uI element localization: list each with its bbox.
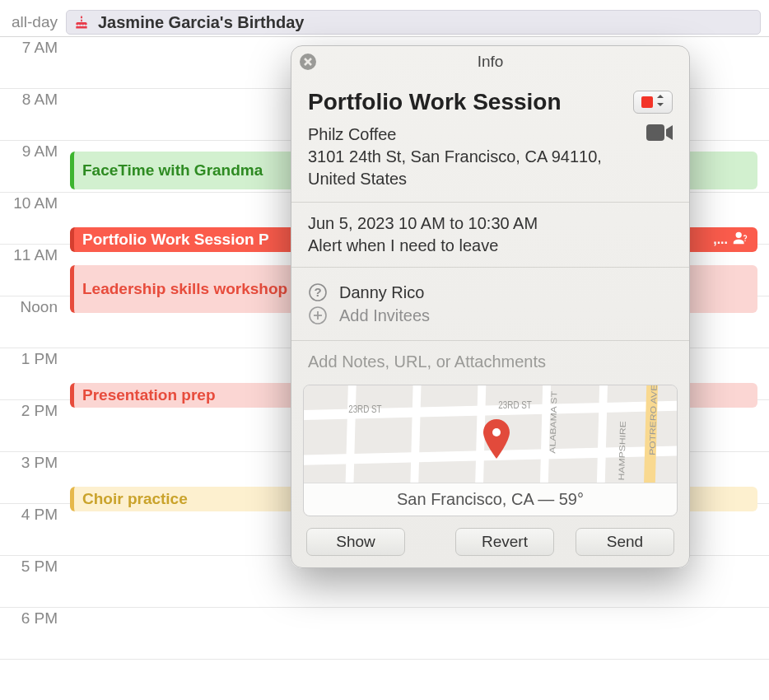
event-title-suffix: P — [259, 231, 269, 249]
hour-label: 5 PM — [0, 556, 66, 607]
svg-rect-2 — [646, 124, 664, 141]
invitee-row[interactable]: ? Danny Rico — [308, 282, 673, 302]
svg-text:23RD ST: 23RD ST — [348, 404, 382, 414]
map-container: 23RD ST 23RD ST 25TH ST ALABAMA ST POTRE… — [291, 385, 689, 516]
event-datetime: Jun 5, 2023 10 AM to 10:30 AM — [308, 214, 673, 233]
popover-header-section: Portfolio Work Session Philz Coffee 3101… — [291, 77, 689, 203]
location-name: Philz Coffee — [308, 124, 630, 146]
svg-text:23RD ST: 23RD ST — [498, 399, 532, 410]
event-title-input[interactable]: Portfolio Work Session — [308, 89, 562, 115]
map-caption: San Francisco, CA — 59° — [304, 483, 677, 516]
close-button[interactable] — [300, 54, 316, 70]
popover-button-row: Show Revert Send — [291, 516, 689, 567]
plus-icon — [308, 306, 328, 325]
event-title: FaceTime with Grandma — [82, 161, 263, 180]
hour-label: 3 PM — [0, 452, 66, 503]
notes-placeholder: Add Notes, URL, or Attachments — [308, 352, 673, 380]
event-overflow: ,... — [713, 232, 728, 247]
add-invitee-label: Add Invitees — [339, 306, 430, 325]
hour-label: 9 AM — [0, 141, 66, 192]
video-call-icon[interactable] — [646, 124, 673, 145]
all-day-event-title: Jasmine Garcia's Birthday — [98, 13, 304, 32]
show-button[interactable]: Show — [306, 528, 405, 556]
map-pin-icon — [482, 419, 510, 459]
invitee-pending-icon — [731, 229, 749, 250]
hour-label: 7 AM — [0, 37, 66, 88]
revert-button[interactable]: Revert — [455, 528, 554, 556]
calendar-color-picker[interactable] — [633, 91, 673, 114]
popover-title: Info — [478, 53, 504, 71]
add-invitee-row[interactable]: Add Invitees — [308, 306, 673, 325]
pending-status-icon: ? — [308, 282, 328, 302]
svg-text:HAMPSHIRE: HAMPSHIRE — [617, 421, 627, 481]
hour-label: 11 AM — [0, 245, 66, 296]
popover-notes-section[interactable]: Add Notes, URL, or Attachments — [291, 341, 689, 385]
location-address: 3101 24th St, San Francisco, CA 94110, U… — [308, 146, 630, 190]
event-title: Presentation prep — [82, 386, 216, 404]
map-preview[interactable]: 23RD ST 23RD ST 25TH ST ALABAMA ST POTRE… — [303, 385, 678, 516]
chevron-up-down-icon — [656, 95, 664, 110]
birthday-icon — [73, 14, 90, 30]
event-title: Choir practice — [82, 490, 188, 508]
hour-label: 6 PM — [0, 608, 66, 659]
event-info-popover: Info Portfolio Work Session Philz Coffee… — [291, 45, 690, 568]
hour-label: 4 PM — [0, 504, 66, 555]
hour-label: 8 AM — [0, 89, 66, 140]
hour-label: Noon — [0, 296, 66, 348]
svg-point-25 — [492, 428, 501, 436]
send-button[interactable]: Send — [576, 528, 674, 556]
event-alert: Alert when I need to leave — [308, 236, 673, 255]
all-day-row: all-day Jasmine Garcia's Birthday — [0, 0, 769, 37]
popover-titlebar: Info — [291, 46, 689, 77]
svg-text:ALABAMA ST: ALABAMA ST — [548, 390, 558, 453]
popover-time-section[interactable]: Jun 5, 2023 10 AM to 10:30 AM Alert when… — [291, 203, 689, 268]
event-title: Portfolio Work Session — [82, 231, 254, 249]
color-swatch-icon — [641, 96, 653, 108]
all-day-event[interactable]: Jasmine Garcia's Birthday — [66, 10, 761, 35]
event-location[interactable]: Philz Coffee 3101 24th St, San Francisco… — [308, 124, 630, 190]
hour-label: 2 PM — [0, 400, 66, 451]
svg-text:?: ? — [314, 285, 321, 299]
all-day-label: all-day — [0, 13, 66, 31]
hour-label: 10 AM — [0, 193, 66, 244]
invitee-name: Danny Rico — [339, 283, 424, 302]
event-title: Leadership skills workshop — [82, 280, 287, 298]
popover-invitee-section: ? Danny Rico Add Invitees — [291, 268, 689, 341]
hour-label: 1 PM — [0, 348, 66, 399]
